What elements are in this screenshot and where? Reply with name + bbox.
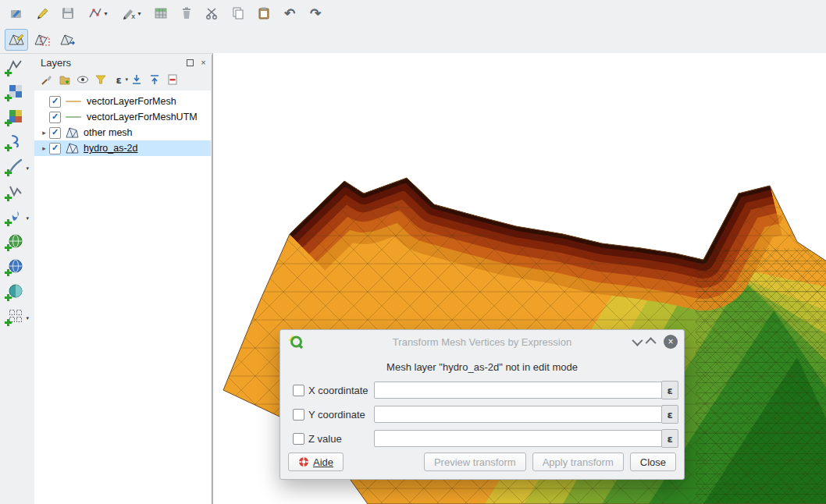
layer-checkbox[interactable]: ✓ [49, 143, 61, 154]
dropdown-caret-icon: ▾ [125, 76, 128, 83]
dropdown-caret-icon[interactable]: ▾ [26, 215, 29, 222]
add-spatialite-layer-button[interactable]: ▾ [4, 156, 27, 176]
layer-label[interactable]: vectorLayerForMesh [87, 96, 176, 107]
chevron-up-icon[interactable] [646, 337, 657, 348]
layers-list: ✓ vectorLayerForMesh ✓ vectorLayerForMes… [34, 91, 211, 504]
y-expression-button[interactable]: ε [661, 405, 678, 424]
collapse-all-button[interactable] [147, 72, 162, 87]
add-vector-layer-button[interactable] [4, 56, 27, 76]
y-coordinate-checkbox[interactable] [293, 409, 304, 421]
delete-selected-button[interactable] [175, 2, 198, 24]
panel-float-button[interactable] [185, 58, 195, 68]
close-button[interactable]: Close [630, 453, 676, 471]
save-edits-button[interactable] [56, 2, 80, 24]
add-wfs-layer-button[interactable] [4, 281, 27, 301]
redo-button[interactable]: ↷ [304, 2, 327, 24]
dropdown-caret-icon[interactable]: ▾ [26, 315, 29, 321]
x-expression-button[interactable]: ε [661, 381, 678, 399]
panel-close-button[interactable]: × [198, 58, 208, 68]
layers-panel: Layers × [34, 55, 212, 504]
mesh-symbol [66, 127, 79, 138]
layer-checkbox[interactable]: ✓ [49, 112, 61, 123]
mesh-digitizing-button[interactable] [5, 29, 28, 51]
open-styling-panel-button[interactable] [39, 72, 55, 87]
paste-features-button[interactable] [252, 2, 276, 24]
vertex-tool-icon [87, 5, 103, 21]
copy-icon [230, 5, 246, 21]
add-vector-curve-layer-button[interactable] [4, 181, 27, 201]
remove-layer-button[interactable] [165, 72, 180, 87]
dropdown-caret-icon[interactable]: ▾ [137, 10, 141, 17]
add-plus-icon [5, 194, 12, 201]
layer-label[interactable]: vectorLayerForMeshUTM [87, 112, 198, 122]
layer-row-vectorLayerForMeshUTM[interactable]: ✓ vectorLayerForMeshUTM [34, 109, 211, 125]
y-coordinate-input[interactable] [374, 406, 663, 423]
add-plus-icon [5, 319, 12, 326]
preview-transform-button[interactable]: Preview transform [424, 453, 526, 471]
current-edits-button[interactable] [5, 2, 28, 24]
mesh-symbol-icon [66, 143, 79, 154]
z-value-input[interactable] [374, 430, 663, 447]
toggle-editing-button[interactable] [30, 2, 54, 24]
layer-row-hydro-as-2d[interactable]: ▸ ✓ hydro_as-2d [34, 140, 211, 156]
filter-by-expression-button[interactable]: ε ▾ [111, 72, 126, 87]
layer-label[interactable]: hydro_as-2d [84, 143, 138, 154]
undo-button[interactable]: ↶ [278, 2, 301, 24]
add-group-button[interactable] [57, 72, 73, 87]
expander-icon[interactable]: ▸ [39, 129, 49, 137]
epsilon-icon: ε [667, 409, 672, 421]
layer-row-other-mesh[interactable]: ▸ ✓ other mesh [34, 125, 211, 140]
add-database-layer-button[interactable]: ▾ [4, 206, 27, 226]
digitizing-dropdown-button[interactable]: x ▾ [116, 2, 147, 24]
layer-row-vectorLayerForMesh[interactable]: ✓ vectorLayerForMesh [34, 94, 211, 109]
top-toolbars: ▾ x ▾ [0, 0, 826, 54]
vertex-tool-button[interactable]: ▾ [82, 2, 113, 24]
layers-panel-header: Layers × [34, 55, 212, 70]
apply-transform-button[interactable]: Apply transform [532, 453, 624, 471]
x-coordinate-checkbox[interactable] [293, 385, 304, 396]
layer-checkbox[interactable]: ✓ [49, 127, 61, 139]
z-expression-button[interactable]: ε [661, 429, 678, 448]
filter-legend-button[interactable] [93, 72, 109, 87]
collapse-all-icon [148, 73, 161, 86]
add-wms-layer-button[interactable] [4, 231, 27, 251]
line-symbol [66, 116, 81, 118]
mesh-selection-button[interactable] [30, 29, 54, 51]
help-lifebuoy-icon [298, 456, 309, 467]
mesh-digitizing-icon [8, 32, 25, 48]
x-coordinate-input[interactable] [374, 382, 663, 399]
eye-icon [77, 73, 89, 86]
add-virtual-layer-button[interactable]: ▾ [4, 306, 27, 326]
layer-label[interactable]: other mesh [84, 127, 133, 138]
paste-icon [256, 5, 272, 21]
undo-icon: ↶ [284, 7, 295, 20]
table-grid-icon [153, 5, 169, 21]
add-plus-icon [5, 244, 12, 251]
help-button[interactable]: Aide [288, 453, 344, 471]
transform-mesh-dialog[interactable]: Transform Mesh Vertices by Expression × … [279, 329, 685, 480]
dropdown-caret-icon[interactable]: ▾ [26, 165, 29, 172]
add-delimited-text-layer-button[interactable] [4, 131, 27, 151]
trash-icon [179, 5, 194, 21]
dialog-titlebar[interactable]: Transform Mesh Vertices by Expression × [280, 330, 684, 353]
expression-epsilon-icon: ε [116, 74, 121, 86]
add-wcs-layer-button[interactable] [4, 256, 27, 276]
dialog-close-icon[interactable]: × [664, 335, 678, 349]
mesh-transform-button[interactable] [56, 29, 80, 51]
help-button-label: Aide [313, 456, 333, 468]
layer-checkbox[interactable]: ✓ [49, 96, 61, 108]
expander-icon[interactable]: ▸ [39, 144, 49, 152]
new-table-button[interactable] [149, 2, 173, 24]
dropdown-caret-icon[interactable]: ▾ [104, 10, 107, 17]
chevron-down-icon[interactable] [632, 335, 643, 346]
z-value-checkbox[interactable] [293, 433, 304, 445]
add-group-icon [59, 73, 71, 86]
cut-features-button[interactable] [201, 2, 224, 24]
manage-map-themes-button[interactable] [75, 72, 91, 87]
expand-all-button[interactable] [129, 72, 144, 87]
save-icon [60, 5, 76, 21]
add-raster-layer-button[interactable] [4, 81, 27, 101]
copy-features-button[interactable] [226, 2, 250, 24]
add-mesh-layer-button[interactable] [4, 106, 27, 126]
x-coordinate-row: X coordintate ε [293, 382, 676, 399]
